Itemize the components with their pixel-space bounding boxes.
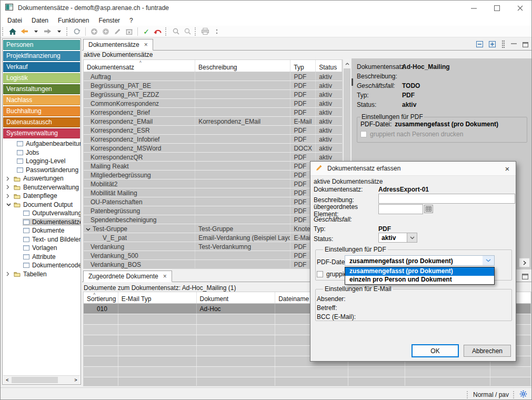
menu-item-fenster[interactable]: Fenster (94, 16, 125, 25)
back-icon[interactable] (18, 26, 30, 37)
overflow-icon[interactable] (211, 26, 223, 37)
confirm-icon[interactable]: ✓ (140, 26, 152, 37)
column-header-sortierung[interactable]: ˄Sortierung (84, 292, 118, 303)
sidebar-category-verkauf[interactable]: Verkauf (3, 62, 80, 72)
edit-icon[interactable] (112, 26, 123, 37)
sidebar-category-logistik[interactable]: Logistik (3, 73, 80, 83)
tree-item-document-output[interactable]: Document Output (3, 201, 81, 209)
scroll-up-icon[interactable] (343, 59, 351, 68)
tab-zugeordnete-dokumente[interactable]: Zugeordnete Dokumente × (83, 271, 172, 282)
tree-item-passwort-nderung[interactable]: Passwortänderung (3, 166, 81, 175)
uebergeordnetes-element-input[interactable] (378, 204, 423, 214)
add-icon[interactable] (88, 26, 100, 37)
undo-icon[interactable] (152, 26, 164, 37)
dialog-close-icon[interactable]: × (499, 164, 516, 173)
panel-minimize-icon[interactable] (511, 40, 517, 49)
splitter-grip[interactable] (352, 78, 353, 86)
table-row[interactable]: PatenbegrüssungPDF (84, 206, 342, 215)
back-menu-icon[interactable] (30, 26, 42, 37)
menu-item-datei[interactable]: Datei (3, 16, 27, 25)
table-row[interactable]: Korrespondenz_EMailKorrespondenz_EMailE-… (84, 117, 342, 126)
table-row[interactable]: SpendenbescheinigungPDF (84, 215, 342, 224)
print-icon[interactable] (199, 26, 211, 37)
table-row[interactable]: Korrespondenz_MSWordDOCXaktiv (84, 144, 342, 153)
menu-item-daten[interactable]: Daten (27, 16, 53, 25)
add-special-icon[interactable] (100, 26, 112, 37)
table-row[interactable]: KorrespondenzQRPDFaktiv (84, 153, 342, 162)
table-row[interactable]: Begrüssung_PAT_EZDZPDFaktiv (84, 90, 342, 99)
table-row[interactable]: Verdankung_500PDF (84, 251, 342, 260)
delete-icon[interactable] (123, 26, 135, 37)
column-header-typ[interactable]: Typ (290, 60, 316, 72)
table-row[interactable]: Verdankung_BOSPDF (84, 260, 342, 269)
group-print-checkbox[interactable] (360, 131, 367, 137)
ok-button[interactable]: OK (411, 344, 459, 357)
table-row[interactable]: Mailing ReaktPDF (84, 162, 342, 171)
lookup-grid-icon[interactable] (424, 205, 433, 213)
scroll-right-icon[interactable]: > (72, 376, 80, 384)
home-icon[interactable] (7, 26, 18, 37)
table-row[interactable]: Korrespondenz_BriefPDFaktiv (84, 108, 342, 117)
status-combobox[interactable]: aktiv (378, 233, 417, 243)
tree-item-benutzerverwaltung[interactable]: Benutzerverwaltung (3, 183, 81, 192)
table-row-empty[interactable] (84, 367, 531, 377)
sidebar-category-personen[interactable]: Personen (3, 40, 80, 50)
forward-menu-icon[interactable] (53, 26, 65, 37)
tree-item-vorlagen[interactable]: Vorlagen (3, 244, 81, 253)
menu-item-funktionen[interactable]: Funktionen (53, 16, 94, 25)
chevron-down-icon[interactable] (407, 233, 417, 243)
sidebar-category-systemverwaltung[interactable]: Systemverwaltung (3, 128, 80, 138)
dropdown-option-einzeln-pro-person-und-dokument[interactable]: einzeln pro Person und Dokument (345, 276, 494, 284)
table-row[interactable]: Begrüssung_PAT_BEPDFaktiv (84, 81, 342, 90)
table-row-empty[interactable] (84, 377, 531, 386)
pdf-file-combobox[interactable]: zusammengefasst (pro Dokument) (345, 255, 495, 266)
tree-item-aufgabenbearbeitung[interactable]: Aufgabenbearbeitung (3, 139, 81, 148)
table-row[interactable]: VerdankungTest-VerdankumngPDF (84, 242, 342, 251)
tree-item-dokumentens-tze[interactable]: Dokumentensätze (3, 218, 81, 227)
cancel-button[interactable]: Abbrechen (464, 345, 511, 357)
chevron-right-icon[interactable] (6, 272, 13, 276)
refresh-icon[interactable] (71, 26, 83, 37)
collapse-all-button[interactable] (476, 40, 483, 49)
sidebar-category-projektfinanzierung[interactable]: Projektfinanzierung (3, 51, 80, 61)
tree-item-outputverwaltung[interactable]: Outputverwaltung (3, 209, 81, 218)
beschreibung-input[interactable] (378, 194, 515, 204)
table-row[interactable]: AuftragPDFaktiv (84, 72, 342, 81)
scroll-left-icon[interactable]: < (3, 376, 12, 384)
chevron-down-icon[interactable] (6, 203, 13, 206)
tree-item-logging-level[interactable]: Logging-Level (3, 157, 81, 166)
search-small-icon[interactable] (170, 26, 182, 37)
tree-item-dokumentencodes[interactable]: Dokumentencodes (3, 261, 81, 270)
minimize-button[interactable] (462, 1, 485, 15)
table-row[interactable]: Korrespondenz_InfobriefPDFaktiv (84, 135, 342, 144)
tab-close-icon[interactable]: × (163, 273, 167, 280)
tree-item-jobs[interactable]: Jobs (3, 148, 81, 157)
column-header-status[interactable]: Status (316, 60, 342, 72)
column-header-e-mail-typ[interactable]: E-Mail Typ (118, 292, 197, 303)
sidebar-category-nachlass[interactable]: Nachlass (3, 95, 80, 105)
table-row[interactable]: Test-GruppeTest-GruppeKnoten (84, 224, 342, 233)
table-row[interactable]: MitgliederbegrüssungPDF (84, 171, 342, 179)
tab-close-icon[interactable]: × (144, 41, 148, 48)
table-row[interactable]: Korrespondenz_ESRPDFaktiv (84, 126, 342, 135)
sidebar-category-datenaustausch[interactable]: Datenaustausch (3, 117, 80, 127)
forward-icon[interactable] (42, 26, 53, 37)
table-row[interactable]: V_E_patEmail-Verdankung (Beispiel Layou.… (84, 233, 342, 242)
sidebar-category-veranstaltungen[interactable]: Veranstaltungen (3, 84, 80, 94)
table-row[interactable]: Mobilität2PDF (84, 179, 342, 188)
chevron-right-icon[interactable] (6, 194, 13, 198)
sidebar-horizontal-scrollbar[interactable]: < > (3, 375, 80, 384)
panel-maximize-icon[interactable] (523, 40, 528, 49)
menu-item-[interactable]: ? (125, 16, 138, 25)
tree-item-text-und-bildeleme[interactable]: Text- und Bildeleme (3, 235, 81, 244)
tree-item-attribute[interactable]: Attribute (3, 253, 81, 262)
settings-gear-icon[interactable] (519, 390, 527, 399)
maximize-button[interactable] (485, 1, 508, 15)
tree-item-dokumente[interactable]: Dokumente (3, 226, 81, 235)
expand-panel-button[interactable] (519, 258, 530, 267)
tree-item-datenpflege[interactable]: Datenpflege (3, 192, 81, 201)
table-row[interactable]: OU-PatenschaftenPDF (84, 197, 342, 206)
chevron-down-icon[interactable] (86, 225, 91, 233)
tree-item-tabellen[interactable]: Tabellen (3, 270, 81, 279)
table-row[interactable]: CommonKorrespondenzPDFaktiv (84, 99, 342, 108)
